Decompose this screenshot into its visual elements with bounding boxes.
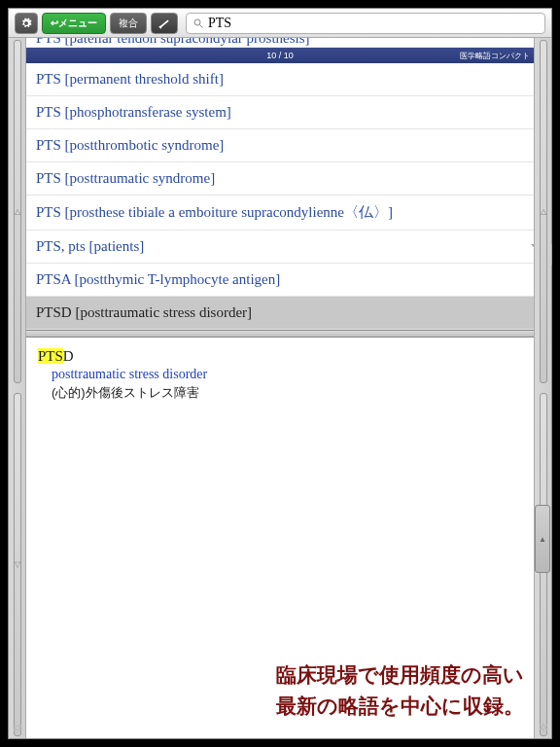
term-highlight: PTS (38, 348, 63, 364)
status-bar: 10 / 10 医学略語コンパクト (26, 48, 534, 63)
search-icon (192, 18, 204, 29)
result-row[interactable]: PTS [posttraumatic syndrome] (26, 162, 534, 196)
gear-icon (20, 18, 32, 29)
definition-english: posttraumatic stress disorder (52, 367, 522, 382)
settings-button[interactable] (15, 13, 38, 34)
swap-icon[interactable]: ⇄ (9, 721, 25, 734)
search-input[interactable] (208, 16, 539, 31)
svg-line-1 (200, 24, 203, 27)
result-row[interactable]: PTS [prosthese tibiale a emboiture supra… (26, 196, 534, 231)
result-row[interactable]: PTS [postthrombotic syndrome] (26, 129, 534, 162)
source-label: 医学略語コンパクト (460, 51, 530, 61)
clipped-result-row: PTS [patellar tendon supracondylar prost… (26, 38, 534, 48)
left-scroll-up[interactable]: △ (14, 40, 21, 383)
promo-line-2: 最新の略語を中心に収録。 (276, 691, 524, 722)
result-row[interactable]: PTS [phosphotransferase system] (26, 96, 534, 129)
wheel-icon[interactable]: ✲ (535, 721, 551, 734)
svg-point-0 (194, 19, 200, 25)
search-field[interactable] (186, 13, 545, 34)
result-row[interactable]: PTS [permanent threshold shift] (26, 63, 534, 96)
definition-japanese: (心的)外傷後ストレス障害 (52, 384, 522, 402)
left-scroll-down[interactable]: ▽ (14, 393, 21, 736)
pane-divider[interactable] (26, 330, 534, 338)
marker-icon (158, 18, 171, 29)
center-panel: PTS [patellar tendon supracondylar prost… (26, 38, 534, 738)
detail-term: PTSD (38, 347, 522, 365)
result-row[interactable]: PTSD [posttraumatic stress disorder] (26, 297, 534, 330)
menu-button[interactable]: ↩メニュー (42, 13, 106, 34)
results-list: PTS [permanent threshold shift]PTS [phos… (26, 63, 534, 330)
promo-overlay: 臨床現場で使用頻度の高い 最新の略語を中心に収録。 (276, 659, 524, 721)
app-frame: ↩メニュー 複合 △ ▽ ⇄ PTS [patellar tendon supr… (8, 8, 552, 739)
result-counter: 10 / 10 (266, 51, 294, 60)
right-sidebar: △ ▽ ✲ (534, 38, 551, 738)
result-row[interactable]: PTS, pts [patients] (26, 231, 534, 264)
scroll-thumb[interactable] (535, 505, 550, 573)
right-scroll-up[interactable]: △ (540, 40, 547, 383)
main-area: △ ▽ ⇄ PTS [patellar tendon supracondylar… (9, 38, 551, 738)
mode-button[interactable]: 複合 (110, 13, 147, 34)
toolbar: ↩メニュー 複合 (9, 9, 551, 38)
result-row[interactable]: PTSA [postthymic T-lymphocyte antigen] (26, 264, 534, 297)
promo-line-1: 臨床現場で使用頻度の高い (276, 659, 524, 691)
marker-button[interactable] (151, 13, 178, 34)
left-sidebar: △ ▽ ⇄ (9, 38, 26, 738)
term-rest: D (63, 348, 74, 364)
